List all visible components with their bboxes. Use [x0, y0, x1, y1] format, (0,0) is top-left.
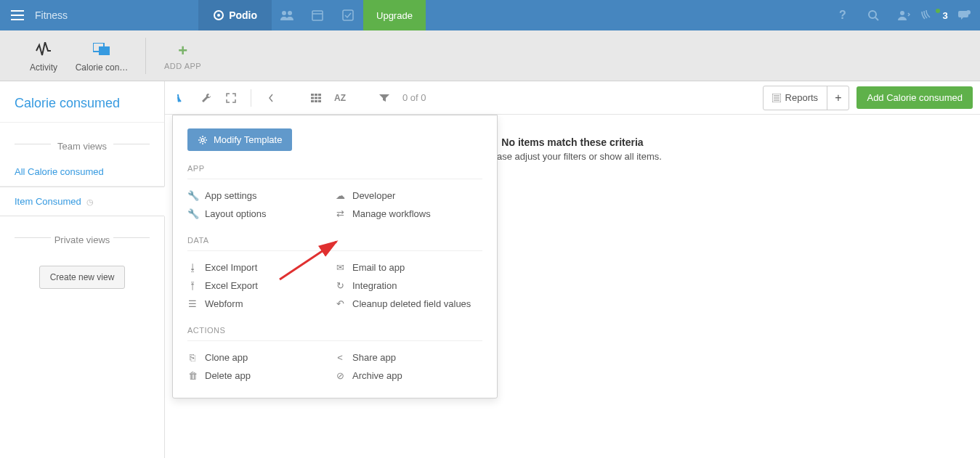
reports-icon: [772, 94, 781, 102]
svg-rect-18: [311, 100, 314, 102]
excel-import-item[interactable]: ⭳Excel Import: [187, 258, 335, 277]
archive-app-item[interactable]: ⊘Archive app: [335, 367, 482, 385]
trash-icon: 🗑: [187, 370, 198, 381]
svg-point-11: [178, 99, 180, 102]
svg-point-6: [869, 11, 876, 18]
app-settings-item[interactable]: 🔧App settings: [187, 187, 335, 205]
menu-icon[interactable]: [0, 10, 35, 20]
topbar: Fitness Podio Upgrade ? 3: [0, 0, 980, 30]
mail-icon: ✉: [335, 262, 345, 273]
clone-icon: ⎘: [187, 352, 198, 363]
email-to-app-item[interactable]: ✉Email to app: [335, 258, 482, 277]
wrench-icon[interactable]: [197, 89, 216, 107]
cloud-icon: ☁: [335, 190, 345, 201]
filter-icon[interactable]: [375, 89, 394, 107]
wrench-icon: 🔧: [187, 208, 198, 219]
manage-workflows-item[interactable]: ⇄Manage workflows: [335, 205, 482, 223]
private-views-label: Private views: [0, 216, 164, 251]
svg-rect-12: [311, 94, 314, 96]
svg-point-2: [282, 11, 286, 15]
notifications-icon[interactable]: 3: [919, 0, 949, 30]
search-icon[interactable]: [858, 0, 888, 30]
dd-section-app: APP: [187, 164, 482, 179]
reports-button-group: Reports +: [763, 86, 850, 110]
views-sidebar: Calorie consumed Team views All Calorie …: [0, 81, 165, 458]
archive-icon: ⊘: [335, 370, 345, 381]
dd-section-data: DATA: [187, 236, 482, 251]
excel-export-item[interactable]: ⭱Excel Export: [187, 277, 335, 295]
svg-point-7: [900, 11, 904, 15]
expand-icon[interactable]: [222, 89, 240, 107]
item-count: 0 of 0: [402, 92, 426, 103]
developer-item[interactable]: ☁Developer: [335, 187, 482, 205]
share-app-item[interactable]: <Share app: [335, 348, 482, 367]
help-icon[interactable]: ?: [827, 0, 858, 30]
webform-item[interactable]: ☰Webform: [187, 295, 335, 313]
workspace-name[interactable]: Fitness: [35, 9, 68, 21]
add-item-button[interactable]: Add Calorie consumed: [857, 86, 973, 109]
svg-rect-19: [315, 100, 317, 102]
cleanup-item[interactable]: ↶Cleanup deleted field values: [335, 295, 482, 313]
appbar-activity[interactable]: Activity: [15, 39, 73, 73]
team-views-label: Team views: [0, 123, 164, 158]
plus-icon: +: [178, 41, 187, 60]
add-app-button[interactable]: + ADD APP: [145, 38, 201, 74]
reports-add-button[interactable]: +: [827, 86, 849, 110]
user-menu-icon[interactable]: [888, 0, 919, 30]
view-item-consumed[interactable]: Item Consumed ◷: [0, 187, 164, 216]
svg-point-3: [288, 11, 292, 15]
svg-point-1: [217, 14, 220, 17]
create-view-button[interactable]: Create new view: [39, 266, 126, 289]
list-icon: ☰: [187, 298, 198, 309]
clone-app-item[interactable]: ⎘Clone app: [187, 348, 335, 367]
notification-count: 3: [942, 10, 947, 21]
dd-section-actions: ACTIONS: [187, 326, 482, 341]
sort-button[interactable]: AZ: [331, 89, 349, 107]
svg-rect-5: [343, 10, 353, 20]
clock-icon: ◷: [86, 197, 94, 206]
podio-logo[interactable]: Podio: [198, 0, 272, 30]
app-tile-icon: [73, 39, 131, 60]
svg-point-8: [966, 10, 971, 15]
modify-template-button[interactable]: Modify Template: [187, 128, 292, 151]
rss-icon[interactable]: [172, 89, 191, 107]
import-icon: ⭳: [187, 262, 198, 273]
grid-view-icon[interactable]: [307, 89, 325, 107]
share-icon: <: [335, 352, 345, 363]
svg-rect-13: [315, 94, 317, 96]
layout-options-item[interactable]: 🔧Layout options: [187, 205, 335, 223]
tasks-icon[interactable]: [333, 0, 363, 30]
appbar: Activity Calorie con… + ADD APP: [0, 30, 980, 81]
svg-rect-14: [318, 94, 321, 96]
svg-point-22: [201, 139, 204, 142]
wrench-icon: 🔧: [187, 190, 198, 201]
svg-rect-16: [315, 97, 317, 99]
delete-app-item[interactable]: 🗑Delete app: [187, 367, 335, 385]
svg-rect-15: [311, 97, 314, 99]
app-title: Calorie consumed: [0, 81, 164, 123]
svg-rect-10: [99, 46, 110, 55]
svg-rect-4: [312, 11, 323, 20]
content-toolbar: AZ 0 of 0 Reports + Add Calorie consumed: [165, 81, 980, 115]
svg-rect-17: [318, 97, 321, 99]
export-icon: ⭱: [187, 280, 198, 291]
calendar-icon[interactable]: [302, 0, 333, 30]
workflow-icon: ⇄: [335, 208, 345, 219]
chevron-left-icon[interactable]: [262, 89, 280, 107]
svg-rect-20: [318, 100, 321, 102]
refresh-icon: ↻: [335, 280, 345, 291]
gear-icon: [198, 135, 208, 145]
app-settings-dropdown: Modify Template APP 🔧App settings 🔧Layou…: [172, 115, 498, 398]
undo-icon: ↶: [335, 298, 345, 309]
integration-item[interactable]: ↻Integration: [335, 277, 482, 295]
activity-icon: [15, 39, 73, 60]
upgrade-button[interactable]: Upgrade: [363, 0, 426, 30]
reports-button[interactable]: Reports: [764, 87, 827, 108]
chat-icon[interactable]: [949, 0, 980, 30]
view-all-calorie[interactable]: All Calorie consumed: [0, 158, 164, 187]
appbar-calorie-app[interactable]: Calorie con…: [73, 39, 131, 73]
contacts-icon[interactable]: [272, 0, 302, 30]
content-area: AZ 0 of 0 Reports + Add Calorie consumed: [165, 81, 980, 458]
